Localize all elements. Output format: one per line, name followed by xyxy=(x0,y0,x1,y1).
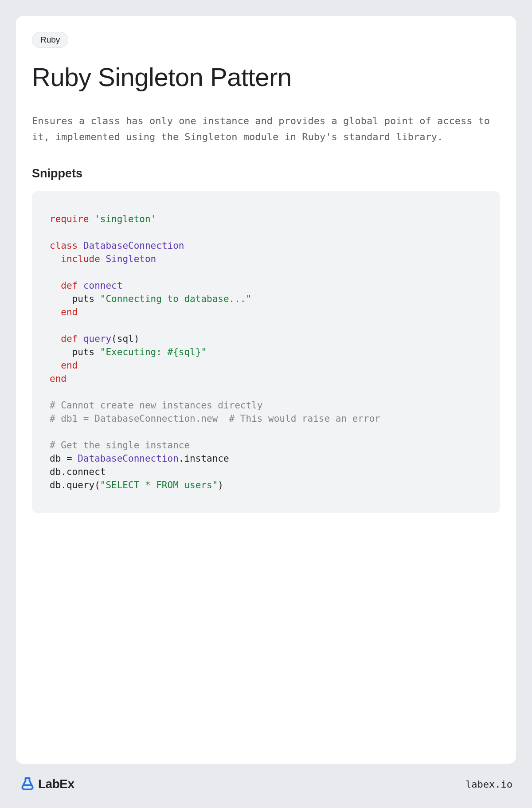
code-class: Singleton xyxy=(106,254,156,264)
footer: LabEx labex.io xyxy=(16,764,516,792)
code-method: connect xyxy=(83,280,123,291)
code-comment: # db1 = DatabaseConnection.new # This wo… xyxy=(50,413,380,424)
code-string: "Connecting to database..." xyxy=(100,294,251,304)
code-keyword: end xyxy=(50,373,66,384)
code-text: puts xyxy=(72,347,95,357)
code-text: db = xyxy=(50,453,78,464)
code-text: puts xyxy=(72,294,95,304)
code-keyword: include xyxy=(61,254,100,264)
code-text: (sql) xyxy=(111,333,139,344)
code-comment: # Get the single instance xyxy=(50,440,190,451)
code-class: DatabaseConnection xyxy=(83,240,184,251)
code-string: 'singleton' xyxy=(94,214,156,224)
content-card: Ruby Ruby Singleton Pattern Ensures a cl… xyxy=(16,16,516,764)
logo-text: LabEx xyxy=(38,777,74,791)
code-method: query xyxy=(83,333,111,344)
code-keyword: def xyxy=(61,280,78,291)
code-keyword: class xyxy=(50,240,78,251)
code-string: "SELECT * FROM users" xyxy=(100,480,218,490)
footer-url: labex.io xyxy=(466,779,512,790)
logo: LabEx xyxy=(20,776,74,792)
language-tag: Ruby xyxy=(32,32,68,48)
code-snippet: require 'singleton' class DatabaseConnec… xyxy=(32,191,500,513)
code-text: db.query( xyxy=(50,480,100,490)
code-text: .instance xyxy=(179,453,229,464)
code-class: DatabaseConnection xyxy=(78,453,179,464)
code-keyword: def xyxy=(61,333,78,344)
code-text: db.connect xyxy=(50,467,106,477)
code-keyword: end xyxy=(61,360,78,371)
code-string: "Executing: #{sql}" xyxy=(100,347,207,357)
description-text: Ensures a class has only one instance an… xyxy=(32,113,500,145)
code-comment: # Cannot create new instances directly xyxy=(50,400,262,411)
code-keyword: require xyxy=(50,214,89,224)
code-keyword: end xyxy=(61,307,78,318)
code-text: ) xyxy=(218,480,223,490)
page-title: Ruby Singleton Pattern xyxy=(32,62,500,92)
flask-icon xyxy=(20,776,35,792)
snippets-heading: Snippets xyxy=(32,167,500,180)
